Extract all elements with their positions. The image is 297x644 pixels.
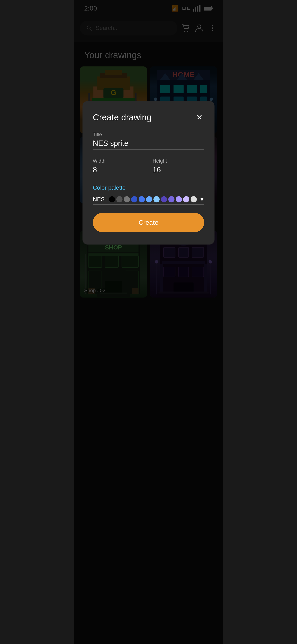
- modal-overlay: Create drawing ✕ Title Width Height Colo…: [74, 0, 223, 644]
- color-dot-8: [161, 196, 167, 202]
- color-dot-1: [109, 196, 115, 202]
- width-col: Width: [93, 158, 144, 176]
- palette-selector[interactable]: NES ▼: [93, 194, 204, 205]
- dimensions-row: Width Height: [93, 158, 204, 176]
- height-label: Height: [153, 158, 167, 164]
- color-dot-12: [191, 196, 197, 202]
- create-drawing-modal: Create drawing ✕ Title Width Height Colo…: [82, 101, 215, 244]
- color-dot-7: [153, 196, 160, 202]
- title-label: Title: [93, 132, 102, 137]
- modal-title: Create drawing: [93, 112, 152, 122]
- height-input[interactable]: [153, 164, 204, 176]
- color-dot-5: [139, 196, 145, 202]
- palette-colors: [109, 196, 197, 202]
- width-input[interactable]: [93, 164, 144, 176]
- palette-label: Color palette: [93, 184, 204, 191]
- color-dot-4: [131, 196, 137, 202]
- color-dot-6: [146, 196, 152, 202]
- chevron-down-icon: ▼: [199, 196, 205, 203]
- palette-name: NES: [93, 196, 105, 203]
- modal-close-button[interactable]: ✕: [195, 112, 204, 124]
- width-label: Width: [93, 158, 105, 164]
- color-dot-9: [168, 196, 175, 202]
- height-col: Height: [153, 158, 204, 176]
- color-dot-10: [176, 196, 182, 202]
- title-input[interactable]: [93, 138, 204, 150]
- phone-container: 2:00 📶 LTE: [74, 0, 223, 644]
- color-dot-3: [124, 196, 130, 202]
- color-dot-2: [116, 196, 122, 202]
- modal-create-button[interactable]: Create: [93, 213, 204, 232]
- palette-section: Color palette NES: [93, 184, 204, 205]
- color-dot-11: [183, 196, 189, 202]
- modal-header: Create drawing ✕: [93, 112, 204, 124]
